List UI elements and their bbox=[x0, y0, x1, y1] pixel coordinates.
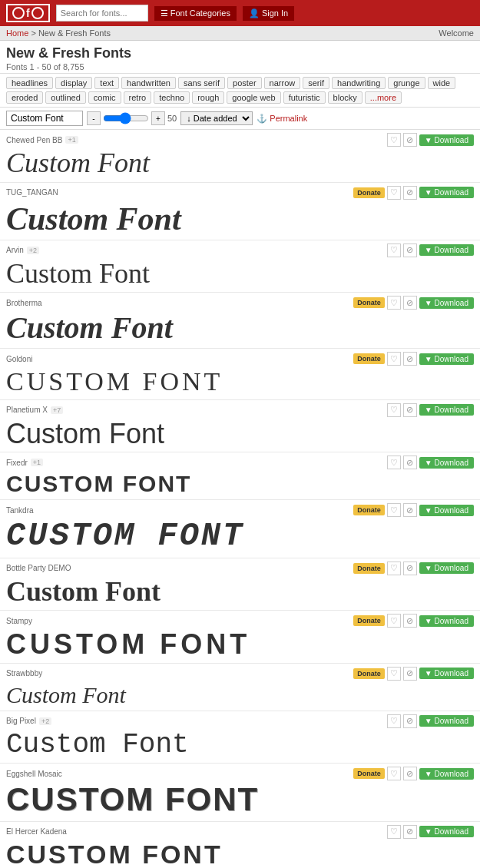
download-button[interactable]: ▼ Download bbox=[419, 404, 474, 416]
download-button[interactable]: ▼ Download bbox=[419, 457, 474, 469]
font-entry-header: GoldoniDonate♡⊘▼ Download bbox=[6, 352, 474, 366]
block-button[interactable]: ⊘ bbox=[403, 767, 417, 780]
logo[interactable]: f bbox=[6, 4, 50, 22]
download-button[interactable]: ▼ Download bbox=[419, 768, 474, 780]
download-button[interactable]: ▼ Download bbox=[419, 134, 474, 146]
sign-in-button[interactable]: 👤 Sign In bbox=[243, 6, 294, 21]
filter-tag-handwritten[interactable]: handwritten bbox=[121, 77, 176, 89]
heart-button[interactable]: ♡ bbox=[387, 614, 401, 628]
heart-button[interactable]: ♡ bbox=[387, 186, 401, 200]
filter-tag-outlined[interactable]: outlined bbox=[45, 91, 86, 104]
search-input[interactable] bbox=[56, 5, 148, 22]
preview-input[interactable] bbox=[6, 111, 83, 126]
font-entry: El Hercer Kadena♡⊘▼ DownloadCUSTOM FONT bbox=[0, 822, 480, 868]
filter-tag-rough[interactable]: rough bbox=[192, 91, 224, 104]
donate-button[interactable]: Donate bbox=[353, 668, 385, 679]
download-button[interactable]: ▼ Download bbox=[419, 297, 474, 309]
heart-button[interactable]: ♡ bbox=[387, 825, 401, 839]
block-button[interactable]: ⊘ bbox=[403, 614, 417, 628]
filter-tag-handwriting[interactable]: handwriting bbox=[332, 77, 386, 89]
font-entry: StrawbbbyDonate♡⊘▼ DownloadCustom Font bbox=[0, 664, 480, 711]
font-entry-header: TankdraDonate♡⊘▼ Download bbox=[6, 503, 474, 517]
block-button[interactable]: ⊘ bbox=[403, 562, 417, 575]
block-button[interactable]: ⊘ bbox=[403, 352, 417, 366]
donate-button[interactable]: Donate bbox=[353, 353, 385, 364]
search-filter-bar: - + 50 ↓ Date added ⚓ Permalink bbox=[0, 108, 480, 130]
font-name: El Hercer Kadena bbox=[6, 827, 67, 836]
heart-button[interactable]: ♡ bbox=[387, 133, 401, 147]
block-button[interactable]: ⊘ bbox=[403, 503, 417, 517]
donate-button[interactable]: Donate bbox=[353, 297, 385, 308]
filter-tag-...more[interactable]: ...more bbox=[365, 91, 402, 104]
filter-tag-wide[interactable]: wide bbox=[428, 77, 456, 89]
welcome-text: Welcome bbox=[439, 28, 474, 38]
block-button[interactable]: ⊘ bbox=[403, 186, 417, 200]
filter-tag-futuristic[interactable]: futuristic bbox=[283, 91, 326, 104]
filter-tag-techno[interactable]: techno bbox=[154, 91, 190, 104]
block-button[interactable]: ⊘ bbox=[403, 133, 417, 147]
font-list: Chewed Pen BB+1♡⊘▼ DownloadCustom FontTU… bbox=[0, 130, 480, 868]
permalink-link[interactable]: ⚓ Permalink bbox=[257, 114, 307, 124]
block-button[interactable]: ⊘ bbox=[403, 296, 417, 310]
heart-button[interactable]: ♡ bbox=[387, 767, 401, 780]
filter-tag-grunge[interactable]: grunge bbox=[388, 77, 425, 89]
download-button[interactable]: ▼ Download bbox=[419, 715, 474, 727]
heart-button[interactable]: ♡ bbox=[387, 296, 401, 310]
filter-tag-blocky[interactable]: blocky bbox=[328, 91, 362, 104]
font-categories-button[interactable]: ☰ Font Categories bbox=[154, 6, 237, 21]
download-button[interactable]: ▼ Download bbox=[419, 562, 474, 574]
block-button[interactable]: ⊘ bbox=[403, 667, 417, 681]
sort-select[interactable]: ↓ Date added bbox=[180, 111, 253, 125]
size-decrease-button[interactable]: - bbox=[87, 111, 101, 125]
donate-button[interactable]: Donate bbox=[353, 615, 385, 626]
home-link[interactable]: Home bbox=[6, 28, 28, 38]
block-button[interactable]: ⊘ bbox=[403, 714, 417, 728]
heart-button[interactable]: ♡ bbox=[387, 403, 401, 417]
font-preview: CUSTOM FONT bbox=[6, 840, 474, 868]
heart-button[interactable]: ♡ bbox=[387, 352, 401, 366]
font-name: Eggshell Mosaic bbox=[6, 770, 62, 778]
block-button[interactable]: ⊘ bbox=[403, 825, 417, 839]
heart-button[interactable]: ♡ bbox=[387, 714, 401, 728]
download-button[interactable]: ▼ Download bbox=[419, 353, 474, 365]
download-button[interactable]: ▼ Download bbox=[419, 244, 474, 256]
font-styles-count: +1 bbox=[31, 459, 43, 466]
filter-tag-poster[interactable]: poster bbox=[227, 77, 262, 89]
download-button[interactable]: ▼ Download bbox=[419, 668, 474, 679]
size-increase-button[interactable]: + bbox=[151, 111, 165, 125]
filter-tag-text[interactable]: text bbox=[94, 77, 119, 89]
filter-tag-sans-serif[interactable]: sans serif bbox=[178, 77, 225, 89]
font-entry-header: Planetium X+7♡⊘▼ Download bbox=[6, 403, 474, 417]
heart-button[interactable]: ♡ bbox=[387, 456, 401, 469]
download-button[interactable]: ▼ Download bbox=[419, 505, 474, 516]
heart-button[interactable]: ♡ bbox=[387, 667, 401, 681]
block-button[interactable]: ⊘ bbox=[403, 403, 417, 417]
filter-tag-headlines[interactable]: headlines bbox=[6, 77, 53, 89]
filter-tag-eroded[interactable]: eroded bbox=[6, 91, 43, 104]
heart-button[interactable]: ♡ bbox=[387, 562, 401, 575]
filter-tag-comic[interactable]: comic bbox=[88, 91, 121, 104]
font-preview: Custom Font bbox=[6, 577, 474, 608]
filter-tag-google-web[interactable]: google web bbox=[227, 91, 280, 104]
donate-button[interactable]: Donate bbox=[353, 187, 385, 198]
donate-button[interactable]: Donate bbox=[353, 768, 385, 779]
donate-button[interactable]: Donate bbox=[353, 563, 385, 574]
heart-button[interactable]: ♡ bbox=[387, 503, 401, 517]
heart-button[interactable]: ♡ bbox=[387, 244, 401, 257]
filter-tag-display[interactable]: display bbox=[55, 77, 92, 89]
fonts-count: Fonts 1 - 50 of 8,755 bbox=[6, 62, 474, 71]
size-slider[interactable] bbox=[103, 112, 149, 124]
filter-tag-narrow[interactable]: narrow bbox=[264, 77, 301, 89]
filter-tag-serif[interactable]: serif bbox=[303, 77, 329, 89]
font-name: Big Pixel+2 bbox=[6, 717, 51, 725]
font-name: Strawbbby bbox=[6, 669, 42, 678]
block-button[interactable]: ⊘ bbox=[403, 456, 417, 469]
download-button[interactable]: ▼ Download bbox=[419, 826, 474, 837]
download-button[interactable]: ▼ Download bbox=[419, 615, 474, 627]
font-preview: Custom Font bbox=[6, 201, 474, 237]
download-button[interactable]: ▼ Download bbox=[419, 187, 474, 198]
donate-button[interactable]: Donate bbox=[353, 505, 385, 515]
filter-tag-retro[interactable]: retro bbox=[124, 91, 152, 104]
block-button[interactable]: ⊘ bbox=[403, 244, 417, 257]
font-actions: Donate♡⊘▼ Download bbox=[353, 296, 474, 310]
